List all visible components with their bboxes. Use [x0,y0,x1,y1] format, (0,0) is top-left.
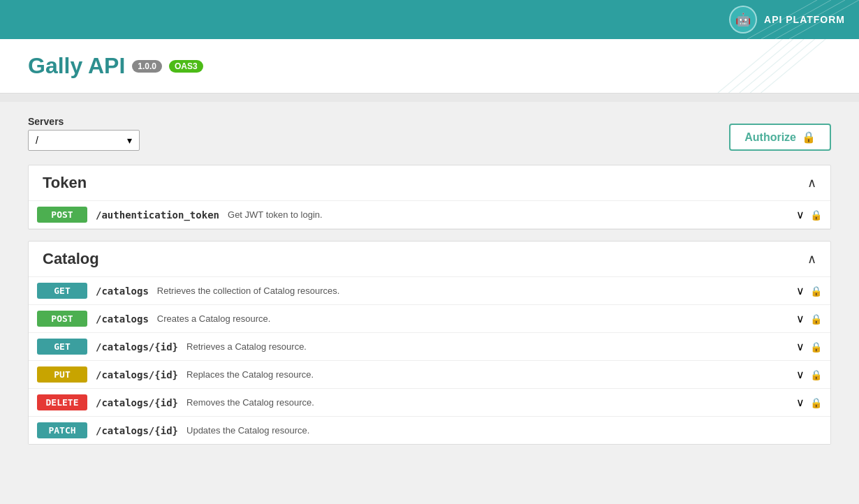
endpoint-desc-get-catalogs: Retrieves the collection of Catalog reso… [157,286,788,296]
endpoint-desc-post-catalogs: Creates a Catalog resource. [157,313,788,324]
endpoint-actions-get-catalogs: ∨ 🔒 [796,284,822,297]
endpoint-path-get-catalog-id: /catalogs/{id} [96,341,178,353]
endpoint-path-put-catalog-id: /catalogs/{id} [96,369,178,380]
endpoint-actions-get-catalog-id: ∨ 🔒 [796,340,822,353]
nav-brand: 🤖 API PLATFORM [729,6,845,34]
endpoint-post-authentication-token[interactable]: POST /authentication_token Get JWT token… [29,201,830,229]
nav-brand-label: API PLATFORM [764,14,845,25]
section-catalog: Catalog ∧ GET /catalogs Retrieves the co… [28,241,831,445]
api-platform-logo-icon: 🤖 [729,6,757,34]
lock-icon-get-catalog-id: 🔒 [810,341,822,353]
lock-icon-delete-catalog-id: 🔒 [810,397,822,408]
endpoint-actions-auth: ∨ 🔒 [796,208,822,221]
endpoint-path-auth: /authentication_token [96,209,219,221]
endpoint-actions-post-catalogs: ∨ 🔒 [796,312,822,325]
endpoint-put-catalog-id[interactable]: PUT /catalogs/{id} Replaces the Catalog … [29,361,830,389]
lock-icon-post-catalogs: 🔒 [810,313,822,325]
lock-icon-auth: 🔒 [810,209,822,221]
method-badge-patch-catalog-id: PATCH [37,422,87,438]
chevron-down-icon-delete-catalog-id[interactable]: ∨ [796,396,805,409]
lock-icon-get-catalogs: 🔒 [810,286,822,297]
endpoint-desc-get-catalog-id: Retrieves a Catalog resource. [186,341,788,352]
chevron-down-icon-post-catalogs[interactable]: ∨ [796,312,805,325]
version-badge: 1.0.0 [132,60,162,73]
section-token: Token ∧ POST /authentication_token Get J… [28,165,831,230]
section-catalog-chevron-up: ∧ [807,251,816,267]
endpoint-desc-auth: Get JWT token to login. [228,209,788,220]
endpoint-post-catalogs[interactable]: POST /catalogs Creates a Catalog resourc… [29,305,830,333]
section-catalog-header[interactable]: Catalog ∧ [29,242,830,277]
method-badge-put-catalog-id: PUT [37,366,87,383]
endpoint-get-catalog-id[interactable]: GET /catalogs/{id} Retrieves a Catalog r… [29,333,830,361]
endpoint-delete-catalog-id[interactable]: DELETE /catalogs/{id} Removes the Catalo… [29,389,830,417]
servers-select[interactable]: / ▾ [28,130,140,151]
endpoint-actions-delete-catalog-id: ∨ 🔒 [796,396,822,409]
endpoint-path-get-catalogs: /catalogs [96,286,149,297]
header-title: Gally API 1.0.0 OAS3 [28,53,831,79]
lock-icon-put-catalog-id: 🔒 [810,369,822,380]
chevron-down-icon-get-catalog-id[interactable]: ∨ [796,340,805,353]
chevron-down-icon-put-catalog-id[interactable]: ∨ [796,368,805,381]
servers-current-value: / [36,135,38,146]
servers-row: Servers / ▾ Authorize 🔒 [28,116,831,151]
servers-dropdown-arrow[interactable]: ▾ [127,135,132,146]
method-badge-post-catalogs: POST [37,311,87,327]
endpoint-actions-put-catalog-id: ∨ 🔒 [796,368,822,381]
section-catalog-title: Catalog [43,250,99,268]
top-nav: 🤖 API PLATFORM [0,0,859,39]
endpoint-desc-delete-catalog-id: Removes the Catalog resource. [186,397,788,408]
servers-control: Servers / ▾ [28,116,140,151]
method-badge-delete-catalog-id: DELETE [37,394,87,410]
endpoint-desc-patch-catalog-id: Updates the Catalog resource. [186,425,822,436]
authorize-button[interactable]: Authorize 🔒 [729,124,831,151]
endpoint-path-delete-catalog-id: /catalogs/{id} [96,397,178,408]
servers-label: Servers [28,116,140,127]
lock-icon: 🔒 [802,131,816,144]
method-badge-post-auth: POST [37,207,87,223]
endpoint-path-patch-catalog-id: /catalogs/{id} [96,425,178,436]
info-bar [0,94,859,102]
chevron-down-icon-get-catalogs[interactable]: ∨ [796,284,805,297]
endpoint-desc-put-catalog-id: Replaces the Catalog resource. [186,369,788,380]
endpoint-path-post-catalogs: /catalogs [96,313,149,325]
section-token-header[interactable]: Token ∧ [29,165,830,201]
method-badge-get-catalog-id: GET [37,339,87,355]
section-token-title: Token [43,174,87,192]
endpoint-patch-catalog-id[interactable]: PATCH /catalogs/{id} Updates the Catalog… [29,417,830,444]
header-section: Gally API 1.0.0 OAS3 [0,39,859,94]
main-content: Servers / ▾ Authorize 🔒 Token ∧ POST /au… [0,102,859,470]
oas-badge: OAS3 [169,60,203,73]
method-badge-get-catalogs: GET [37,283,87,299]
chevron-down-icon[interactable]: ∨ [796,208,805,221]
endpoint-get-catalogs[interactable]: GET /catalogs Retrieves the collection o… [29,277,830,305]
api-title: Gally API [28,53,125,79]
section-token-chevron-up: ∧ [807,175,816,191]
authorize-button-label: Authorize [744,131,796,144]
